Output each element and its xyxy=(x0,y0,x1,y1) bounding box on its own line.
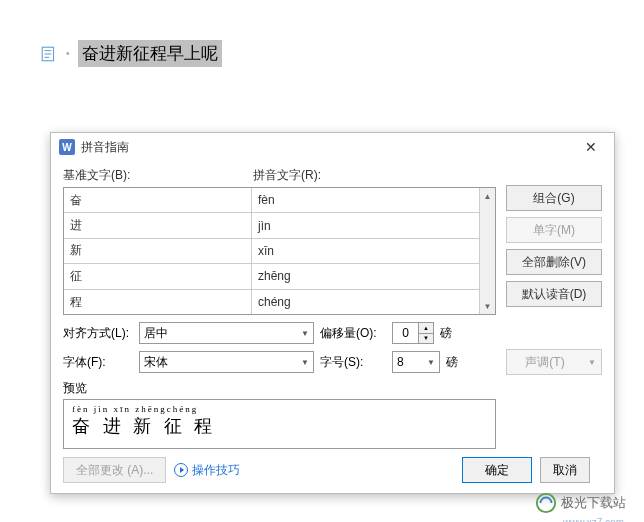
font-select[interactable]: 宋体▼ xyxy=(139,351,314,373)
ruby-text-header: 拼音文字(R): xyxy=(253,167,496,184)
change-all-button: 全部更改 (A)... xyxy=(63,457,166,483)
size-unit: 磅 xyxy=(446,354,458,371)
spin-up-icon[interactable]: ▲ xyxy=(418,322,434,333)
paragraph-icon xyxy=(40,45,58,63)
chevron-down-icon: ▼ xyxy=(588,358,596,367)
tone-button: 声调(T)▼ xyxy=(506,349,602,375)
offset-label: 偏移量(O): xyxy=(320,325,386,342)
dialog-title: 拼音指南 xyxy=(81,139,129,156)
table-row[interactable]: 新xīn xyxy=(64,239,495,264)
scroll-up-icon[interactable]: ▲ xyxy=(480,188,495,204)
preview-ruby: fèn jìn xīn zhēngchéng xyxy=(72,404,487,414)
grid-scrollbar[interactable]: ▲ ▼ xyxy=(479,188,495,314)
watermark: 极光下载站 xyxy=(535,492,626,514)
table-row[interactable]: 程chéng xyxy=(64,290,495,314)
preview-label: 预览 xyxy=(63,380,496,397)
watermark-url: www.xz7.com xyxy=(563,517,624,522)
close-button[interactable]: ✕ xyxy=(572,133,610,161)
ruby-grid: 奋fèn 进jìn 新xīn 征zhēng 程chéng ▲ ▼ xyxy=(63,187,496,315)
single-char-button: 单字(M) xyxy=(506,217,602,243)
chevron-down-icon: ▼ xyxy=(301,358,309,367)
app-icon: W xyxy=(59,139,75,155)
spin-down-icon[interactable]: ▼ xyxy=(418,333,434,345)
tips-link[interactable]: 操作技巧 xyxy=(174,462,240,479)
watermark-icon xyxy=(535,492,557,514)
table-row[interactable]: 进jìn xyxy=(64,213,495,238)
selected-text[interactable]: 奋进新征程早上呢 xyxy=(78,40,222,67)
pinyin-guide-dialog: W 拼音指南 ✕ 基准文字(B): 拼音文字(R): 奋fèn 进jìn 新xī… xyxy=(50,132,615,494)
clear-all-button[interactable]: 全部删除(V) xyxy=(506,249,602,275)
play-icon xyxy=(174,463,188,477)
chevron-down-icon: ▼ xyxy=(427,358,435,367)
ok-button[interactable]: 确定 xyxy=(462,457,532,483)
preview-base: 奋 进 新 征 程 xyxy=(72,414,487,438)
chevron-down-icon: ▼ xyxy=(301,329,309,338)
preview-box: fèn jìn xīn zhēngchéng 奋 进 新 征 程 xyxy=(63,399,496,449)
default-reading-button[interactable]: 默认读音(D) xyxy=(506,281,602,307)
size-select[interactable]: 8▼ xyxy=(392,351,440,373)
base-text-header: 基准文字(B): xyxy=(63,167,253,184)
align-select[interactable]: 居中▼ xyxy=(139,322,314,344)
scroll-down-icon[interactable]: ▼ xyxy=(480,298,495,314)
dot-icon: • xyxy=(66,48,70,59)
offset-stepper[interactable]: ▲▼ xyxy=(392,322,434,344)
offset-unit: 磅 xyxy=(440,325,452,342)
cancel-button[interactable]: 取消 xyxy=(540,457,590,483)
table-row[interactable]: 征zhēng xyxy=(64,264,495,289)
align-label: 对齐方式(L): xyxy=(63,325,133,342)
size-label: 字号(S): xyxy=(320,354,386,371)
font-label: 字体(F): xyxy=(63,354,133,371)
table-row[interactable]: 奋fèn xyxy=(64,188,495,213)
dialog-titlebar: W 拼音指南 ✕ xyxy=(51,133,614,161)
combine-button[interactable]: 组合(G) xyxy=(506,185,602,211)
offset-input[interactable] xyxy=(392,322,418,344)
